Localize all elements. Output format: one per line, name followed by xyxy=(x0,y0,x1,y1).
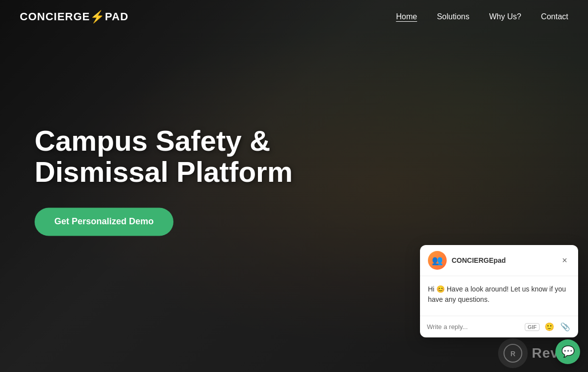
logo-bolt-icon: ⚡ xyxy=(90,10,105,24)
hero-title-line2: Dismissal Platform xyxy=(35,156,293,188)
chat-message: Hi 😊 Have a look around! Let us know if … xyxy=(428,284,570,305)
hero-section: CONCIERGE ⚡ PAD Home Solutions Why Us? C… xyxy=(0,0,588,372)
hero-title: Campus Safety & Dismissal Platform xyxy=(35,125,293,188)
chat-tools: GIF 🙂 📎 xyxy=(525,321,571,332)
chat-avatar-emoji: 👥 xyxy=(432,255,443,266)
main-nav: CONCIERGE ⚡ PAD Home Solutions Why Us? C… xyxy=(0,0,588,34)
chat-reply-input[interactable] xyxy=(427,323,521,331)
hero-title-line1: Campus Safety & xyxy=(35,124,270,157)
chat-header-left: 👥 CONCIERGEpad xyxy=(428,251,506,270)
nav-link-contact[interactable]: Contact xyxy=(541,12,568,21)
chat-launcher-icon: 💬 xyxy=(561,345,575,358)
logo-text-left: CONCIERGE xyxy=(20,10,90,23)
nav-link-why-us[interactable]: Why Us? xyxy=(489,12,521,21)
logo-text-right: PAD xyxy=(105,10,128,23)
chat-header: 👥 CONCIERGEpad × xyxy=(420,245,578,276)
nav-item-why-us[interactable]: Why Us? xyxy=(489,12,521,21)
nav-link-solutions[interactable]: Solutions xyxy=(437,12,469,21)
chat-widget: 👥 CONCIERGEpad × Hi 😊 Have a look around… xyxy=(420,245,578,337)
chat-body: Hi 😊 Have a look around! Let us know if … xyxy=(420,276,578,316)
nav-link-home[interactable]: Home xyxy=(396,12,417,21)
chat-input-area: GIF 🙂 📎 xyxy=(420,316,578,337)
nav-item-solutions[interactable]: Solutions xyxy=(437,12,469,21)
hero-content: Campus Safety & Dismissal Platform Get P… xyxy=(35,125,293,236)
logo: CONCIERGE ⚡ PAD xyxy=(20,10,128,24)
emoji-button[interactable]: 🙂 xyxy=(544,321,555,332)
chat-close-button[interactable]: × xyxy=(559,254,570,267)
chat-avatar: 👥 xyxy=(428,251,447,270)
gif-button[interactable]: GIF xyxy=(525,323,540,331)
svg-text:R: R xyxy=(510,350,515,358)
nav-item-home[interactable]: Home xyxy=(396,12,417,21)
chat-launcher-button[interactable]: 💬 xyxy=(555,339,580,364)
chat-agent-name: CONCIERGEpad xyxy=(452,256,506,264)
attachment-button[interactable]: 📎 xyxy=(559,321,571,332)
nav-item-contact[interactable]: Contact xyxy=(541,12,568,21)
revain-logo-icon: R xyxy=(498,338,528,368)
nav-links: Home Solutions Why Us? Contact xyxy=(396,12,568,21)
get-demo-button[interactable]: Get Personalized Demo xyxy=(35,208,173,236)
